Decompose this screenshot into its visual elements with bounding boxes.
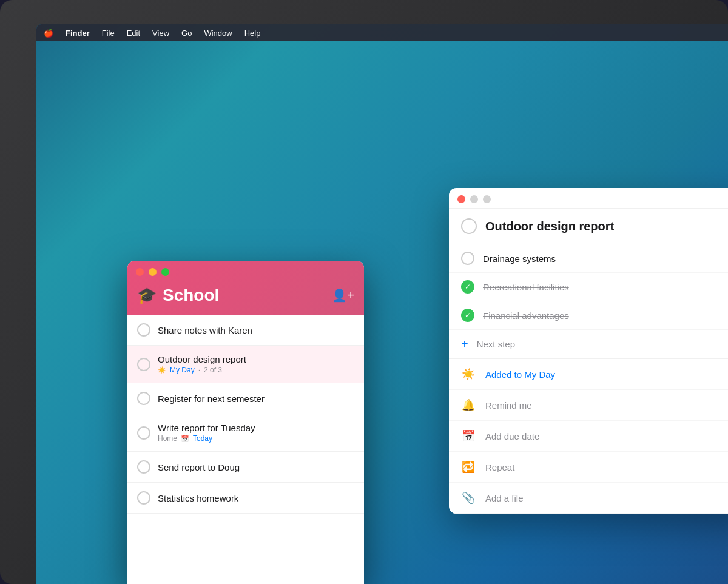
apple-menu[interactable]: 🍎 [44,29,53,38]
next-step-plus-icon: + [461,337,468,351]
school-header: 🎓 School 👤+ [127,261,364,315]
task-checkbox-statistics[interactable] [137,491,150,505]
window-controls [127,261,364,281]
edit-menu[interactable]: Edit [127,29,140,38]
minimize-button[interactable] [149,268,157,276]
remind-label: Remind me [485,400,532,411]
task-subtitle-outdoor-design: ☀️ My Day · 2 of 3 [158,366,354,374]
screen: 🍎 Finder File Edit View Go Window Help 🎓… [36,24,728,584]
detail-window-controls [449,188,728,209]
school-title-text: School [163,286,219,305]
remind-row[interactable]: 🔔 Remind me [449,390,728,421]
task-content-outdoor-design: Outdoor design report ☀️ My Day · 2 of 3 [158,354,354,374]
task-title-write-report: Write report for Tuesday [158,423,354,433]
subtask-title-financial: Financial advantages [483,310,724,321]
detail-minimize-button[interactable] [470,195,478,203]
task-checkbox-register[interactable] [137,392,150,405]
task-item-share-notes[interactable]: Share notes with Karen [127,315,364,346]
repeat-icon: 🔁 [461,460,476,474]
school-title: 🎓 School [137,286,219,305]
school-emoji: 🎓 [137,286,157,305]
close-button[interactable] [136,268,144,276]
finder-menu[interactable]: Finder [66,29,90,38]
repeat-label: Repeat [485,462,514,472]
due-date-row[interactable]: 📅 Add due date [449,421,728,452]
myday-icon: ☀️ [461,368,476,381]
subtask-checkbox-recreational[interactable]: ✓ [461,280,474,294]
maximize-button[interactable] [161,268,169,276]
task-item-register[interactable]: Register for next semester [127,383,364,414]
add-file-row[interactable]: 📎 Add a file [449,483,728,514]
menubar: 🍎 Finder File Edit View Go Window Help [36,24,728,41]
task-checkbox-outdoor-design[interactable] [137,358,150,371]
task-checkbox-write-report[interactable] [137,426,150,440]
task-title-outdoor-design: Outdoor design report [158,354,354,364]
task-title-share-notes: Share notes with Karen [158,325,354,335]
window-menu[interactable]: Window [204,29,232,38]
add-file-icon: 📎 [461,491,476,505]
task-checkbox-share-notes[interactable] [137,323,150,337]
myday-row[interactable]: ☀️ Added to My Day [449,359,728,390]
task-content-write-report: Write report for Tuesday Home 📅 Today [158,423,354,443]
myday-icon: ☀️ [158,366,166,374]
remind-icon: 🔔 [461,398,476,412]
task-item-send-report[interactable]: Send report to Doug [127,452,364,483]
subtask-item-recreational[interactable]: ✓ Recreational facilities ✕ [449,273,728,301]
file-menu[interactable]: File [102,29,115,38]
task-item-statistics[interactable]: Statistics homework [127,483,364,514]
detail-maximize-button[interactable] [483,195,491,203]
subtask-item-drainage[interactable]: Drainage systems ✕ [449,244,728,273]
subtask-item-financial[interactable]: ✓ Financial advantages ✕ [449,301,728,330]
calendar-icon: 📅 [181,435,189,443]
help-menu[interactable]: Help [244,29,261,38]
task-title-register: Register for next semester [158,394,354,404]
due-date-label: Add due date [485,431,539,441]
school-title-row: 🎓 School 👤+ [127,281,364,315]
task-list: Share notes with Karen Outdoor design re… [127,315,364,514]
add-file-label: Add a file [485,493,524,503]
due-date-icon: 📅 [461,429,476,443]
detail-main-task[interactable]: Outdoor design report ★ [449,209,728,244]
task-title-statistics: Statistics homework [158,493,354,503]
today-text: Today [193,434,212,443]
repeat-row[interactable]: 🔁 Repeat [449,452,728,483]
task-content-register: Register for next semester [158,394,354,404]
view-menu[interactable]: View [152,29,169,38]
task-content-share-notes: Share notes with Karen [158,325,354,335]
myday-text: My Day [170,366,195,374]
task-title-send-report: Send report to Doug [158,462,354,472]
task-progress: 2 of 3 [204,366,222,374]
next-step-label: Next step [477,339,515,349]
task-item-write-report[interactable]: Write report for Tuesday Home 📅 Today [127,414,364,452]
share-button[interactable]: 👤+ [332,288,354,303]
main-task-checkbox[interactable] [461,218,477,234]
school-window: 🎓 School 👤+ Share notes with Karen Outdo… [127,261,364,584]
home-text: Home [158,434,177,443]
task-content-statistics: Statistics homework [158,493,354,503]
task-item-outdoor-design[interactable]: Outdoor design report ☀️ My Day · 2 of 3 [127,346,364,383]
detail-panel: Outdoor design report ★ Drainage systems… [449,188,728,514]
go-menu[interactable]: Go [181,29,192,38]
detail-close-button[interactable] [457,195,465,203]
subtask-title-recreational: Recreational facilities [483,282,724,292]
main-task-title: Outdoor design report [485,220,720,233]
subtask-checkbox-drainage[interactable] [461,252,474,265]
dot-separator: · [198,366,200,374]
subtask-title-drainage: Drainage systems [483,253,724,264]
subtask-checkbox-financial[interactable]: ✓ [461,309,474,322]
myday-label: Added to My Day [485,369,555,380]
task-content-send-report: Send report to Doug [158,462,354,472]
task-checkbox-send-report[interactable] [137,460,150,474]
task-subtitle-write-report: Home 📅 Today [158,434,354,443]
next-step-row[interactable]: + Next step [449,330,728,359]
